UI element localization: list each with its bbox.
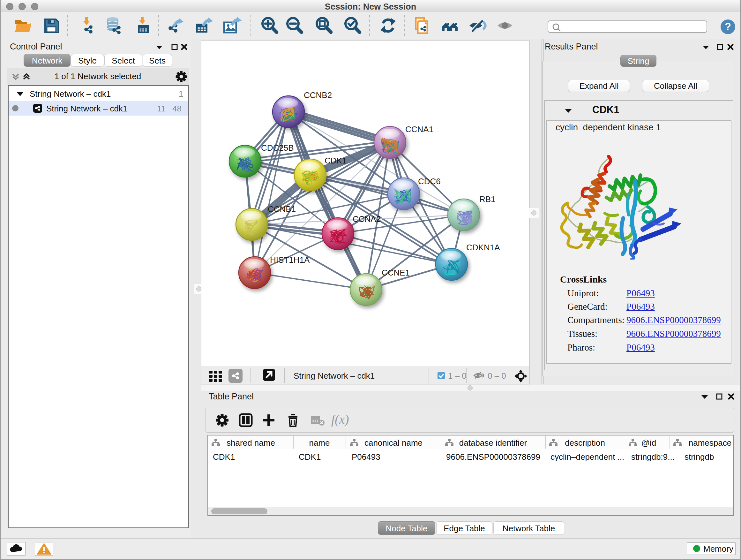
- svg-text:CCNB1: CCNB1: [268, 204, 296, 214]
- svg-text:CCNA2: CCNA2: [353, 214, 381, 224]
- svg-text:CDC25B: CDC25B: [261, 143, 294, 152]
- svg-text:HIST1H1A: HIST1H1A: [270, 255, 310, 265]
- svg-text:?: ?: [725, 21, 731, 32]
- svg-text:CCNE1: CCNE1: [382, 268, 410, 277]
- svg-text:CCNA1: CCNA1: [405, 125, 433, 134]
- svg-text:CCNB2: CCNB2: [304, 90, 332, 100]
- svg-text:CDK1: CDK1: [325, 156, 347, 165]
- svg-text:CDKN1A: CDKN1A: [466, 243, 500, 252]
- svg-text:CDC6: CDC6: [418, 177, 441, 186]
- svg-text:RB1: RB1: [479, 194, 495, 204]
